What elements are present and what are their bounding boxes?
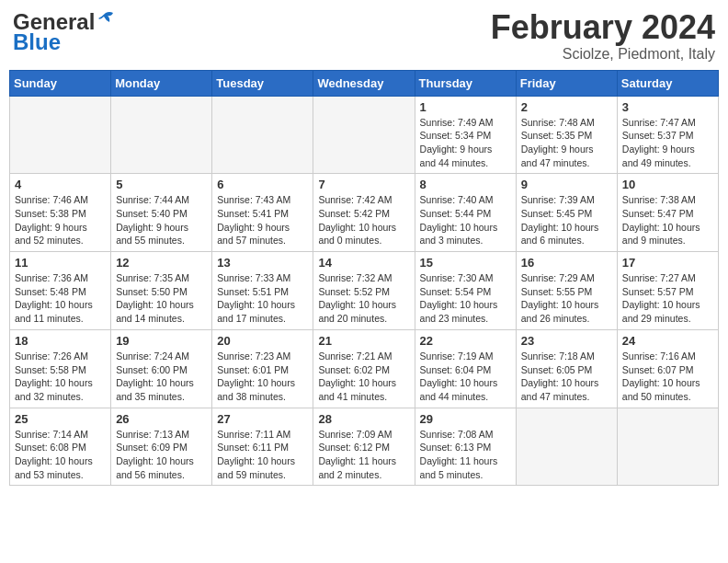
calendar-cell: 15Sunrise: 7:30 AM Sunset: 5:54 PM Dayli… (415, 252, 516, 330)
day-info: Sunrise: 7:40 AM Sunset: 5:44 PM Dayligh… (420, 193, 511, 247)
logo: General Blue (13, 9, 115, 55)
day-number: 21 (318, 334, 409, 348)
day-number: 16 (521, 256, 612, 270)
calendar-cell: 20Sunrise: 7:23 AM Sunset: 6:01 PM Dayli… (212, 329, 313, 408)
calendar-cell: 9Sunrise: 7:39 AM Sunset: 5:45 PM Daylig… (516, 174, 617, 252)
day-info: Sunrise: 7:44 AM Sunset: 5:40 PM Dayligh… (116, 193, 207, 247)
day-info: Sunrise: 7:35 AM Sunset: 5:50 PM Dayligh… (116, 271, 207, 326)
day-number: 26 (116, 412, 207, 426)
calendar-cell: 11Sunrise: 7:36 AM Sunset: 5:48 PM Dayli… (10, 252, 111, 330)
day-info: Sunrise: 7:33 AM Sunset: 5:51 PM Dayligh… (217, 271, 308, 326)
calendar-header-row: SundayMondayTuesdayWednesdayThursdayFrid… (10, 70, 719, 96)
day-number: 11 (15, 256, 106, 270)
day-info: Sunrise: 7:36 AM Sunset: 5:48 PM Dayligh… (15, 271, 106, 326)
calendar-cell: 3Sunrise: 7:47 AM Sunset: 5:37 PM Daylig… (617, 96, 718, 174)
calendar-week-row: 25Sunrise: 7:14 AM Sunset: 6:08 PM Dayli… (10, 408, 719, 486)
calendar-cell: 12Sunrise: 7:35 AM Sunset: 5:50 PM Dayli… (111, 252, 212, 330)
calendar-week-row: 4Sunrise: 7:46 AM Sunset: 5:38 PM Daylig… (10, 174, 719, 252)
day-info: Sunrise: 7:09 AM Sunset: 6:12 PM Dayligh… (318, 428, 409, 482)
day-info: Sunrise: 7:48 AM Sunset: 5:35 PM Dayligh… (521, 116, 612, 170)
calendar-cell: 16Sunrise: 7:29 AM Sunset: 5:55 PM Dayli… (516, 252, 617, 330)
day-number: 22 (420, 334, 511, 348)
calendar-cell (10, 96, 111, 174)
calendar-cell: 10Sunrise: 7:38 AM Sunset: 5:47 PM Dayli… (617, 174, 718, 252)
day-number: 19 (116, 334, 207, 348)
day-info: Sunrise: 7:23 AM Sunset: 6:01 PM Dayligh… (217, 350, 308, 404)
day-info: Sunrise: 7:21 AM Sunset: 6:02 PM Dayligh… (318, 350, 409, 404)
calendar-cell: 6Sunrise: 7:43 AM Sunset: 5:41 PM Daylig… (212, 174, 313, 252)
day-info: Sunrise: 7:19 AM Sunset: 6:04 PM Dayligh… (420, 350, 511, 404)
calendar-cell: 17Sunrise: 7:27 AM Sunset: 5:57 PM Dayli… (617, 252, 718, 330)
calendar-cell: 26Sunrise: 7:13 AM Sunset: 6:09 PM Dayli… (111, 408, 212, 486)
title-block: February 2024 Sciolze, Piedmont, Italy (491, 9, 715, 63)
calendar-cell: 21Sunrise: 7:21 AM Sunset: 6:02 PM Dayli… (313, 329, 415, 408)
day-number: 7 (318, 178, 409, 191)
calendar-cell: 1Sunrise: 7:49 AM Sunset: 5:34 PM Daylig… (415, 96, 516, 174)
calendar-cell: 5Sunrise: 7:44 AM Sunset: 5:40 PM Daylig… (111, 174, 212, 252)
calendar-cell: 7Sunrise: 7:42 AM Sunset: 5:42 PM Daylig… (313, 174, 415, 252)
day-info: Sunrise: 7:11 AM Sunset: 6:11 PM Dayligh… (217, 428, 308, 482)
day-number: 28 (318, 412, 409, 426)
calendar-cell: 29Sunrise: 7:08 AM Sunset: 6:13 PM Dayli… (415, 408, 516, 486)
day-number: 17 (622, 256, 713, 270)
day-number: 23 (521, 334, 612, 348)
day-info: Sunrise: 7:13 AM Sunset: 6:09 PM Dayligh… (116, 428, 207, 482)
calendar-cell: 24Sunrise: 7:16 AM Sunset: 6:07 PM Dayli… (617, 329, 718, 408)
day-number: 3 (622, 100, 713, 114)
day-number: 15 (420, 256, 511, 270)
col-header-wednesday: Wednesday (313, 70, 415, 96)
page-header: General Blue February 2024 Sciolze, Pied… (9, 9, 719, 63)
day-info: Sunrise: 7:29 AM Sunset: 5:55 PM Dayligh… (521, 271, 612, 326)
calendar-week-row: 11Sunrise: 7:36 AM Sunset: 5:48 PM Dayli… (10, 252, 719, 330)
calendar-week-row: 18Sunrise: 7:26 AM Sunset: 5:58 PM Dayli… (10, 329, 719, 408)
calendar-table: SundayMondayTuesdayWednesdayThursdayFrid… (9, 70, 719, 487)
calendar-cell (313, 96, 415, 174)
day-info: Sunrise: 7:43 AM Sunset: 5:41 PM Dayligh… (217, 193, 308, 247)
logo-blue: Blue (13, 29, 61, 55)
calendar-cell: 2Sunrise: 7:48 AM Sunset: 5:35 PM Daylig… (516, 96, 617, 174)
day-info: Sunrise: 7:42 AM Sunset: 5:42 PM Dayligh… (318, 193, 409, 247)
calendar-cell: 19Sunrise: 7:24 AM Sunset: 6:00 PM Dayli… (111, 329, 212, 408)
calendar-cell: 23Sunrise: 7:18 AM Sunset: 6:05 PM Dayli… (516, 329, 617, 408)
main-title: February 2024 (491, 9, 715, 46)
day-info: Sunrise: 7:38 AM Sunset: 5:47 PM Dayligh… (622, 193, 713, 247)
day-number: 25 (15, 412, 106, 426)
calendar-cell: 18Sunrise: 7:26 AM Sunset: 5:58 PM Dayli… (10, 329, 111, 408)
col-header-sunday: Sunday (10, 70, 111, 96)
day-info: Sunrise: 7:47 AM Sunset: 5:37 PM Dayligh… (622, 116, 713, 170)
day-number: 4 (15, 178, 106, 191)
day-info: Sunrise: 7:49 AM Sunset: 5:34 PM Dayligh… (420, 116, 511, 170)
day-number: 5 (116, 178, 207, 191)
day-number: 8 (420, 178, 511, 191)
calendar-cell: 22Sunrise: 7:19 AM Sunset: 6:04 PM Dayli… (415, 329, 516, 408)
calendar-cell: 13Sunrise: 7:33 AM Sunset: 5:51 PM Dayli… (212, 252, 313, 330)
day-info: Sunrise: 7:32 AM Sunset: 5:52 PM Dayligh… (318, 271, 409, 326)
day-info: Sunrise: 7:08 AM Sunset: 6:13 PM Dayligh… (420, 428, 511, 482)
sub-title: Sciolze, Piedmont, Italy (491, 46, 715, 63)
day-info: Sunrise: 7:14 AM Sunset: 6:08 PM Dayligh… (15, 428, 106, 482)
day-number: 18 (15, 334, 106, 348)
calendar-cell: 27Sunrise: 7:11 AM Sunset: 6:11 PM Dayli… (212, 408, 313, 486)
logo-bird-icon (97, 11, 115, 26)
col-header-friday: Friday (516, 70, 617, 96)
day-number: 10 (622, 178, 713, 191)
day-number: 6 (217, 178, 308, 191)
day-number: 2 (521, 100, 612, 114)
day-number: 24 (622, 334, 713, 348)
calendar-cell: 25Sunrise: 7:14 AM Sunset: 6:08 PM Dayli… (10, 408, 111, 486)
calendar-cell (516, 408, 617, 486)
day-number: 29 (420, 412, 511, 426)
day-info: Sunrise: 7:27 AM Sunset: 5:57 PM Dayligh… (622, 271, 713, 326)
calendar-cell (617, 408, 718, 486)
col-header-tuesday: Tuesday (212, 70, 313, 96)
day-number: 13 (217, 256, 308, 270)
calendar-cell (212, 96, 313, 174)
calendar-cell (111, 96, 212, 174)
day-number: 14 (318, 256, 409, 270)
day-number: 9 (521, 178, 612, 191)
day-info: Sunrise: 7:24 AM Sunset: 6:00 PM Dayligh… (116, 350, 207, 404)
day-number: 27 (217, 412, 308, 426)
col-header-monday: Monday (111, 70, 212, 96)
calendar-cell: 28Sunrise: 7:09 AM Sunset: 6:12 PM Dayli… (313, 408, 415, 486)
day-info: Sunrise: 7:18 AM Sunset: 6:05 PM Dayligh… (521, 350, 612, 404)
